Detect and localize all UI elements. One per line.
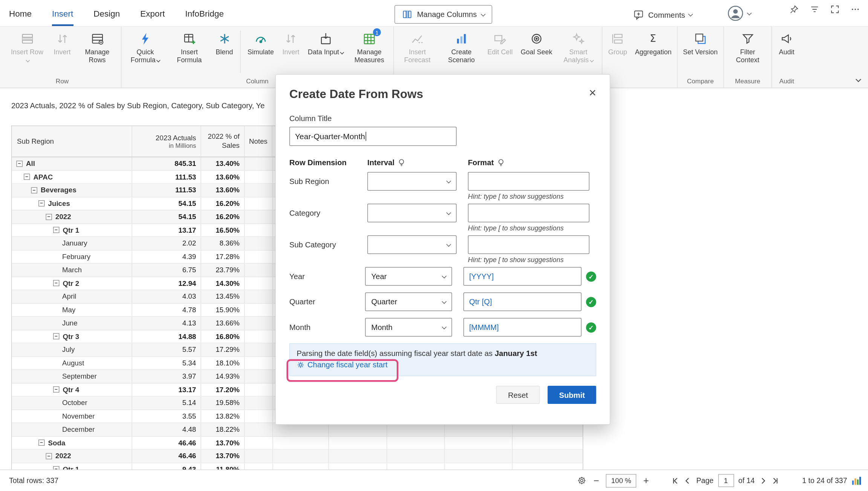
ribbon-collapse-icon[interactable]	[854, 77, 862, 84]
submit-button[interactable]: Submit	[548, 386, 596, 404]
prev-page-icon[interactable]	[684, 477, 692, 485]
menu-home[interactable]: Home	[9, 0, 32, 26]
interval-select[interactable]: Quarter	[365, 293, 452, 311]
cell[interactable]: 54.15	[132, 210, 201, 223]
cell[interactable]: 13.82%	[201, 410, 245, 423]
zoom-out-button[interactable]: −	[592, 475, 600, 486]
cell[interactable]: 8.36%	[201, 237, 245, 250]
column-title-input[interactable]: Year-Quarter-Month	[289, 127, 457, 146]
cell[interactable]: 54.15	[132, 197, 201, 210]
cell[interactable]: 16.50%	[201, 224, 245, 236]
cell[interactable]: 16.20%	[201, 210, 245, 223]
format-input[interactable]	[468, 172, 590, 191]
header-actuals[interactable]: 2023 Actualsin Millions	[132, 126, 201, 157]
cell[interactable]: 16.80%	[201, 330, 245, 343]
format-input[interactable]: [YYYY]	[463, 267, 581, 286]
cell[interactable]: 17.29%	[201, 344, 245, 356]
cell[interactable]: 4.39	[132, 250, 201, 263]
zoom-in-button[interactable]: +	[642, 475, 650, 486]
cell[interactable]: 14.88	[132, 330, 201, 343]
filter-context-button[interactable]: Filter Context	[726, 29, 770, 65]
table-row[interactable]: −Soda46.4613.70%	[12, 436, 583, 450]
cell[interactable]: 17.20%	[201, 383, 245, 396]
cell[interactable]: 111.53	[132, 184, 201, 197]
comments-button[interactable]: Comments	[633, 7, 692, 23]
cell[interactable]: 19.58%	[201, 397, 245, 410]
reset-button[interactable]: Reset	[496, 386, 540, 404]
insert-formula-button[interactable]: Insert Formula	[167, 29, 211, 65]
cell[interactable]: 111.53	[132, 170, 201, 183]
interval-select[interactable]	[367, 235, 457, 254]
cell[interactable]: 3.97	[132, 370, 201, 383]
cell[interactable]: 4.78	[132, 304, 201, 316]
cell[interactable]: 13.17	[132, 224, 201, 236]
collapse-icon[interactable]: −	[53, 280, 60, 287]
hint-bulb-icon[interactable]	[397, 158, 406, 167]
manage-rows-button[interactable]: Manage Rows	[75, 29, 119, 65]
interval-select[interactable]: Month	[365, 318, 452, 337]
collapse-icon[interactable]: −	[53, 227, 60, 233]
smart-analysis-button[interactable]: Smart Analysis	[556, 29, 600, 65]
cell[interactable]: 23.79%	[201, 264, 245, 276]
aggregation-button[interactable]: Σ Aggregation	[631, 29, 675, 57]
menu-insert[interactable]: Insert	[52, 0, 73, 26]
interval-select[interactable]	[367, 172, 457, 191]
expand-icon[interactable]	[830, 5, 840, 14]
cell[interactable]: 5.34	[132, 357, 201, 370]
settings-gear-icon[interactable]	[577, 476, 587, 486]
table-row[interactable]: December4.4818.22%	[12, 423, 583, 436]
cell[interactable]: 46.46	[132, 450, 201, 463]
cell[interactable]: 18.22%	[201, 423, 245, 436]
cell[interactable]: 2.02	[132, 237, 201, 250]
group-button[interactable]: Group	[604, 29, 631, 57]
zoom-level[interactable]: 100 %	[606, 474, 636, 487]
data-input-button[interactable]: Data Input	[304, 29, 347, 57]
cell[interactable]: 14.30%	[201, 277, 245, 290]
menu-export[interactable]: Export	[140, 0, 165, 26]
more-icon[interactable]	[851, 5, 860, 14]
page-input[interactable]: 1	[718, 474, 734, 487]
pin-icon[interactable]	[790, 5, 799, 14]
empty-cells[interactable]	[245, 436, 583, 449]
cell[interactable]: 5.57	[132, 344, 201, 356]
create-scenario-button[interactable]: Create Scenario	[439, 29, 483, 65]
table-row[interactable]: −202246.4613.70%	[12, 450, 583, 463]
header-sub-region[interactable]: Sub Region	[12, 126, 133, 157]
collapse-icon[interactable]: −	[53, 387, 60, 393]
cell[interactable]: 17.28%	[201, 250, 245, 263]
blend-button[interactable]: Blend	[211, 29, 237, 57]
cell[interactable]: 13.60%	[201, 170, 245, 183]
empty-cells[interactable]	[245, 423, 583, 436]
cell[interactable]: 14.93%	[201, 370, 245, 383]
next-page-icon[interactable]	[759, 477, 767, 485]
header-pct[interactable]: 2022 % of Sales	[201, 126, 245, 157]
cell[interactable]: 46.46	[132, 436, 201, 449]
cell[interactable]: 845.31	[132, 157, 201, 170]
cell[interactable]: 6.75	[132, 264, 201, 276]
manage-columns-button[interactable]: Manage Columns	[394, 5, 492, 24]
cell[interactable]: 13.40%	[201, 157, 245, 170]
insert-forecast-button[interactable]: Insert Forecast	[395, 29, 439, 65]
audit-button[interactable]: Audit	[774, 29, 800, 57]
collapse-icon[interactable]: −	[17, 161, 23, 167]
format-input[interactable]	[468, 204, 590, 222]
format-input[interactable]: [MMMM]	[463, 318, 581, 337]
cell[interactable]: 13.60%	[201, 184, 245, 197]
collapse-icon[interactable]: −	[31, 187, 38, 193]
cell[interactable]: 4.03	[132, 290, 201, 303]
hint-bulb-icon[interactable]	[497, 158, 505, 167]
cell[interactable]: 16.20%	[201, 197, 245, 210]
first-page-icon[interactable]	[671, 477, 679, 485]
empty-cells[interactable]	[245, 450, 583, 463]
cell[interactable]: 18.10%	[201, 357, 245, 370]
collapse-icon[interactable]: −	[53, 333, 60, 340]
insert-row-button[interactable]: Insert Row	[5, 29, 49, 65]
cell[interactable]: 5.14	[132, 397, 201, 410]
edit-cell-button[interactable]: Edit Cell	[483, 29, 517, 57]
collapse-icon[interactable]: −	[46, 214, 52, 220]
cell[interactable]: 15.90%	[201, 304, 245, 316]
last-page-icon[interactable]	[772, 477, 779, 485]
change-fiscal-year-link[interactable]: Change fiscal year start	[297, 361, 589, 369]
collapse-icon[interactable]: −	[24, 174, 30, 180]
cell[interactable]: 13.70%	[201, 450, 245, 463]
